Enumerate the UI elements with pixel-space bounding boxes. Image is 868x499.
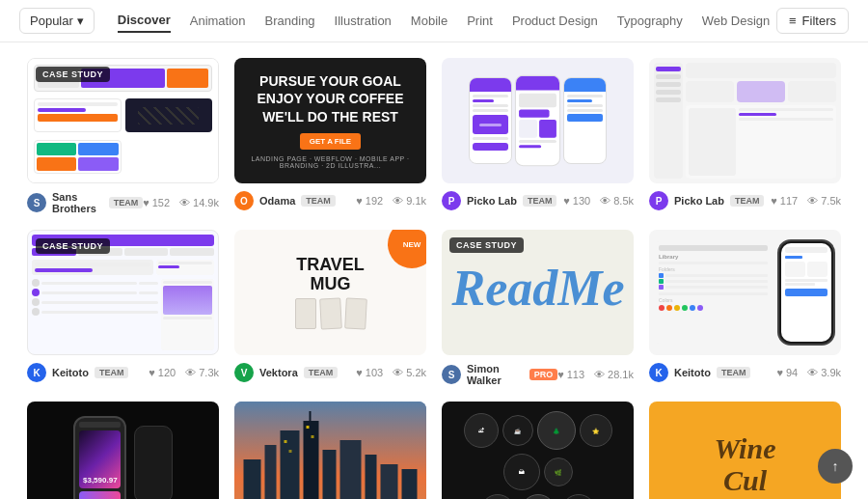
card-image-2: PURSUE YOUR GOALENJOY YOUR COFFEEWE'LL D…	[234, 58, 426, 183]
mobile-screen-c	[563, 77, 607, 164]
author-name-3: Picko Lab	[467, 195, 517, 207]
likes-1: ♥ 152	[143, 197, 170, 208]
svg-rect-15	[289, 450, 292, 453]
case-study-badge-7: CASE STUDY	[449, 237, 524, 253]
likes-7: ♥ 113	[557, 369, 584, 380]
badge-row-2: 🎯 🔥 ⛺	[451, 494, 624, 499]
filter-label: Filters	[802, 14, 836, 28]
tab-branding[interactable]: Branding	[265, 10, 315, 32]
team-badge-4: TEAM	[730, 195, 765, 207]
badge-1: 🏕	[464, 413, 499, 448]
svg-rect-5	[304, 421, 319, 499]
svg-rect-10	[402, 469, 418, 499]
team-badge-1: TEAM	[109, 197, 144, 208]
svg-rect-9	[381, 464, 398, 499]
card-meta-5: K Keitoto TEAM ♥ 120 👁 7.3k	[27, 363, 219, 382]
grid-item-b4[interactable]: WineCul POSTINO	[641, 402, 849, 499]
svg-rect-4	[281, 430, 300, 499]
card-stats-1: ♥ 152 👁 14.9k	[143, 197, 219, 208]
likes-3: ♥ 130	[563, 195, 590, 207]
travel-text: TRAVELMUG	[296, 256, 365, 294]
popular-dropdown[interactable]: Popular ▾	[19, 8, 95, 34]
card-stats-4: ♥ 117 👁 7.5k	[771, 195, 841, 207]
card-image-b1: $3,590.97	[27, 402, 219, 499]
scroll-top-button[interactable]: ↑	[818, 449, 853, 484]
svg-text:ReadMe: ReadMe	[451, 261, 625, 316]
nav-right: ≡ Filters	[776, 8, 849, 34]
card-author-3: P Picko Lab TEAM	[442, 191, 556, 210]
popular-label: Popular	[30, 14, 73, 28]
author-name-5: Keitoto	[52, 367, 89, 378]
grid-item-7[interactable]: CASE STUDY ReadMe S Simon Walker PRO ♥ 1…	[434, 230, 641, 402]
card-meta-6: V Vektora TEAM ♥ 103 👁 5.2k	[234, 363, 426, 382]
card2-title: PURSUE YOUR GOALENJOY YOUR COFFEEWE'LL D…	[258, 72, 404, 125]
tab-discover[interactable]: Discover	[118, 9, 171, 33]
avatar-6: V	[234, 363, 254, 382]
likes-2: ♥ 192	[356, 195, 383, 207]
card-meta-8: K Keitoto TEAM ♥ 94 👁 3.9k	[649, 363, 841, 382]
badges-content: 🏕 ☕ 🌲 ⭐ 🏔 🌿 🎯 🔥 ⛺	[442, 402, 634, 499]
card-image-7: CASE STUDY ReadMe	[442, 230, 634, 355]
grid-item-b2[interactable]	[227, 402, 434, 499]
card-stats-5: ♥ 120 👁 7.3k	[149, 367, 219, 378]
tab-print[interactable]: Print	[467, 10, 493, 32]
tab-animation[interactable]: Animation	[190, 10, 246, 32]
grid-item-5[interactable]: CASE STUDY	[19, 230, 227, 402]
dash-main	[686, 63, 836, 179]
badge-4: ⭐	[580, 414, 612, 447]
avatar-2: O	[234, 191, 254, 210]
avatar-4: P	[649, 191, 668, 210]
tab-illustration[interactable]: Illustration	[335, 10, 392, 32]
avatar-3: P	[442, 191, 461, 210]
card-image-5: CASE STUDY	[27, 230, 219, 355]
author-name-1: Sans Brothers	[52, 191, 103, 214]
tab-mobile[interactable]: Mobile	[411, 10, 448, 32]
grid-item-b1[interactable]: $3,590.97	[19, 402, 227, 499]
likes-6: ♥ 103	[356, 367, 383, 378]
grid-item-4[interactable]: P Picko Lab TEAM ♥ 117 👁 7.5k	[641, 58, 849, 230]
svg-rect-2	[244, 459, 261, 499]
grid-item-2[interactable]: PURSUE YOUR GOALENJOY YOUR COFFEEWE'LL D…	[227, 58, 434, 230]
pro-badge-7: PRO	[529, 369, 558, 380]
likes-5: ♥ 120	[149, 367, 176, 378]
grid-item-6[interactable]: NEW TRAVELMUG V Vektora TEAM ♥ 103	[227, 230, 434, 402]
tab-product-design[interactable]: Product Design	[512, 10, 598, 32]
card-meta-3: P Picko Lab TEAM ♥ 130 👁 8.5k	[442, 191, 634, 210]
content-grid: CASE STUDY	[0, 42, 868, 499]
views-4: 👁 7.5k	[807, 195, 841, 207]
card-meta-4: P Picko Lab TEAM ♥ 117 👁 7.5k	[649, 191, 841, 210]
avatar-1: S	[27, 193, 46, 212]
filters-button[interactable]: ≡ Filters	[776, 8, 849, 34]
badge-3: 🌲	[537, 411, 576, 450]
svg-rect-8	[366, 455, 377, 499]
travel-mug-content: NEW TRAVELMUG	[234, 230, 426, 355]
card-image-6: NEW TRAVELMUG	[234, 230, 426, 355]
card-image-b3: 🏕 ☕ 🌲 ⭐ 🏔 🌿 🎯 🔥 ⛺	[442, 402, 634, 499]
avatar-7: S	[442, 365, 461, 384]
card-stats-7: ♥ 113 👁 28.1k	[557, 369, 634, 380]
grid-item-b3[interactable]: 🏕 ☕ 🌲 ⭐ 🏔 🌿 🎯 🔥 ⛺	[434, 402, 641, 499]
tab-typography[interactable]: Typography	[617, 10, 683, 32]
phone-mock-8	[777, 239, 835, 346]
card-image-4	[649, 58, 841, 183]
svg-rect-6	[323, 450, 337, 499]
svg-rect-12	[307, 426, 310, 429]
card-stats-6: ♥ 103 👁 5.2k	[356, 367, 426, 378]
card-image-b4: WineCul POSTINO	[649, 402, 841, 499]
tab-web-design[interactable]: Web Design	[702, 10, 771, 32]
card-author-4: P Picko Lab TEAM	[649, 191, 764, 210]
grid-item-1[interactable]: CASE STUDY	[19, 58, 227, 230]
author-name-2: Odama	[259, 195, 295, 207]
views-5: 👁 7.3k	[185, 367, 219, 378]
orange-circle: NEW	[388, 230, 426, 268]
grid-item-8[interactable]: Library Folders Colors	[641, 230, 849, 402]
card-author-8: K Keitoto TEAM	[649, 363, 750, 382]
case-study-badge-1: CASE STUDY	[36, 67, 110, 82]
grid-item-3[interactable]: P Picko Lab TEAM ♥ 130 👁 8.5k	[434, 58, 641, 230]
card-image-1: CASE STUDY	[27, 58, 219, 183]
nav-tabs: Discover Animation Branding Illustration…	[118, 9, 776, 33]
card-author-1: S Sans Brothers TEAM	[27, 191, 143, 214]
mobile-screen-b	[515, 75, 560, 167]
card-meta-2: O Odama TEAM ♥ 192 👁 9.1k	[234, 191, 426, 210]
svg-rect-13	[312, 435, 314, 438]
